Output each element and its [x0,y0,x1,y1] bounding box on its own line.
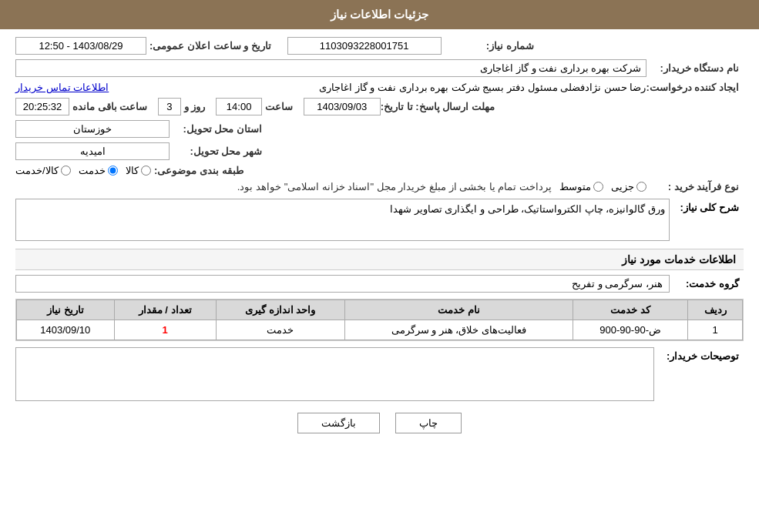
back-button[interactable]: بازگشت [297,413,380,433]
subject-label-kala: کالا [126,165,139,176]
need-desc-value: ورق گالوانیزه، چاپ الکترواستاتیک، طراحی … [390,203,665,215]
table-header-row: ردیف کد خدمت نام خدمت واحد اندازه گیری ت… [17,300,743,320]
subject-radio-khedmat[interactable] [108,166,118,176]
page-header: جزئیات اطلاعات نیاز [0,0,759,29]
group-label: گروه خدمت: [670,278,739,289]
purchase-label-jozee: جزیی [611,181,634,192]
subject-radio-kala[interactable] [141,166,151,176]
col-row-num: ردیف [688,300,743,320]
deadline-days: 3 [158,98,181,115]
cell-service-name: فعالیت‌های خلاق، هنر و سرگرمی [344,320,573,340]
need-desc-label: شرح کلی نیاز: [670,199,739,213]
city-value: امیدیه [15,142,170,160]
deadline-label: مهلت ارسال پاسخ: تا تاریخ: [381,101,495,112]
announce-label: تاریخ و ساعت اعلان عمومی: [149,40,271,52]
purchase-option-jozee: جزیی [611,181,646,192]
deadline-remaining: 20:25:32 [15,98,69,115]
province-value: خوزستان [15,120,170,138]
services-table: ردیف کد خدمت نام خدمت واحد اندازه گیری ت… [16,299,743,340]
cell-service-code: ض-90-90-900 [573,320,688,340]
services-section-header: اطلاعات خدمات مورد نیاز [15,249,744,270]
main-content: شماره نیاز: 1103093228001751 تاریخ و ساع… [0,29,759,453]
city-row: شهر محل تحویل: امیدیه [15,142,744,160]
deadline-remaining-label: ساعت باقی مانده [72,101,147,112]
col-service-name: نام خدمت [344,300,573,320]
purchase-label-motavasset: متوسط [559,181,591,192]
creator-label: ایجاد کننده درخواست: [646,82,739,93]
need-desc-section: شرح کلی نیاز: ورق گالوانیزه، چاپ الکتروا… [15,199,744,241]
subject-option-khedmat: خدمت [79,165,118,176]
page-wrapper: جزئیات اطلاعات نیاز شماره نیاز: 11030932… [0,0,759,532]
subject-radio-kala-khedmat[interactable] [61,166,71,176]
services-table-container: ردیف کد خدمت نام خدمت واحد اندازه گیری ت… [15,299,744,341]
buyer-desc-label: توصیحات خریدار: [654,347,739,362]
buyer-name-value: شرکت بهره برداری نفت و گاز اغاجاری [15,59,646,77]
city-label: شهر محل تحویل: [170,146,262,157]
purchase-type-label: نوع فرآیند خرید : [646,181,739,192]
buyer-desc-section: توصیحات خریدار: [15,347,744,401]
deadline-row: مهلت ارسال پاسخ: تا تاریخ: 1403/09/03 سا… [15,98,744,115]
subject-label-kala-khedmat: کالا/خدمت [15,165,59,176]
deadline-time-label: ساعت [265,101,293,112]
col-unit: واحد اندازه گیری [216,300,344,320]
subject-label: طبقه بندی موضوعی: [151,165,243,176]
subject-row: طبقه بندی موضوعی: کالا خدمت کالا/خدمت [15,165,744,176]
need-number-value: 1103093228001751 [287,37,442,55]
purchase-note: پرداخت تمام یا بخشی از مبلغ خریدار مجل "… [15,181,552,192]
print-button[interactable]: چاپ [395,413,462,433]
purchase-option-motavasset: متوسط [559,181,603,192]
need-desc-box: ورق گالوانیزه، چاپ الکترواستاتیک، طراحی … [15,199,670,241]
subject-options: کالا خدمت کالا/خدمت [15,165,151,176]
subject-label-khedmat: خدمت [79,165,106,176]
purchase-radio-jozee[interactable] [636,182,646,192]
cell-unit: خدمت [216,320,344,340]
col-quantity: تعداد / مقدار [114,300,216,320]
purchase-type-row: نوع فرآیند خرید : جزیی متوسط پرداخت تمام… [15,181,744,192]
buyer-desc-box [15,347,654,401]
col-service-code: کد خدمت [573,300,688,320]
deadline-time: 14:00 [216,98,262,115]
cell-row-num: 1 [688,320,743,340]
announce-value: 1403/08/29 - 12:50 [15,37,146,55]
col-date: تاریخ نیاز [17,300,115,320]
deadline-date: 1403/09/03 [304,98,381,115]
cell-date: 1403/09/10 [17,320,115,340]
contact-link[interactable]: اطلاعات تماس خریدار [15,82,109,93]
deadline-day-label: روز و [184,101,206,112]
cell-quantity: 1 [114,320,216,340]
buyer-name-label: نام دستگاه خریدار: [646,62,739,74]
subject-option-kala: کالا [126,165,151,176]
creator-value: رضا حسن نژادفضلی مسئول دفتر بسیج شرکت به… [112,82,646,93]
services-section-label: اطلاعات خدمات مورد نیاز [622,253,736,266]
table-row: 1 ض-90-90-900 فعالیت‌های خلاق، هنر و سرگ… [17,320,743,340]
creator-row: ایجاد کننده درخواست: رضا حسن نژادفضلی مس… [15,82,744,93]
need-number-row: شماره نیاز: 1103093228001751 تاریخ و ساع… [15,37,744,55]
group-value: هنر، سرگرمی و تفریح [15,275,670,293]
need-number-label: شماره نیاز: [442,40,534,52]
bottom-buttons: چاپ بازگشت [15,413,744,433]
group-row: گروه خدمت: هنر، سرگرمی و تفریح [15,275,744,293]
province-row: استان محل تحویل: خوزستان [15,120,744,138]
buyer-name-row: نام دستگاه خریدار: شرکت بهره برداری نفت … [15,59,744,77]
header-title: جزئیات اطلاعات نیاز [331,8,428,21]
province-label: استان محل تحویل: [170,123,262,135]
purchase-radio-motavasset[interactable] [593,182,603,192]
purchase-type-options: جزیی متوسط [559,181,646,192]
subject-option-kala-khedmat: کالا/خدمت [15,165,71,176]
